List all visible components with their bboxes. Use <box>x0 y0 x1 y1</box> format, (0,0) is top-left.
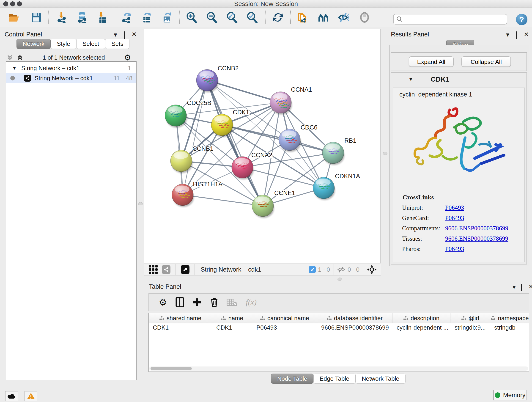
import-network-database-icon[interactable] <box>76 12 89 23</box>
zoom-out-icon[interactable] <box>206 12 218 23</box>
collapse-triangle-icon[interactable]: ▼ <box>408 76 413 82</box>
table-cell[interactable]: P06493 <box>252 323 317 332</box>
panel-menu-icon[interactable]: ▼ <box>511 284 517 291</box>
tab-node-table[interactable]: Node Table <box>271 374 313 384</box>
table-toolbar: ⚙ f(x) <box>148 293 529 311</box>
clone-network-icon[interactable] <box>297 12 309 23</box>
splitter-handle-icon[interactable] <box>337 278 342 281</box>
add-column-icon[interactable] <box>192 298 202 307</box>
network-tree: ▼ String Network – cdk1 1 String Network… <box>6 61 137 380</box>
splitter-handle-icon[interactable] <box>138 202 143 205</box>
collapse-triangle-icon[interactable]: ▼ <box>12 65 17 71</box>
tab-network[interactable]: Network <box>17 39 51 49</box>
network-row-selected[interactable]: String Network – cdk1 11 48 <box>6 73 136 83</box>
table-cell[interactable]: stringdb <box>490 323 529 332</box>
splitter-handle-icon[interactable] <box>383 152 387 155</box>
close-panel-icon[interactable]: ✕ <box>528 283 532 290</box>
close-panel-icon[interactable]: ✕ <box>132 31 137 38</box>
show-all-icon[interactable] <box>359 12 370 23</box>
scrollbar-thumb[interactable] <box>151 367 192 370</box>
clear-table-icon[interactable] <box>227 298 238 306</box>
horizontal-scrollbar[interactable] <box>149 366 528 370</box>
search-field[interactable] <box>393 14 507 25</box>
column-header--id[interactable]: @id <box>450 313 490 323</box>
right-splitter[interactable] <box>381 27 389 275</box>
network-collection-row[interactable]: ▼ String Network – cdk1 1 <box>6 63 136 73</box>
tab-network-table[interactable]: Network Table <box>355 374 405 384</box>
maximize-icon[interactable] <box>17 1 22 6</box>
crosslink-value-link[interactable]: P06493 <box>445 215 464 222</box>
column-header-description[interactable]: description <box>393 313 450 323</box>
network-share-icon[interactable] <box>162 265 171 274</box>
column-header-shared-name[interactable]: shared name <box>149 313 212 323</box>
crosslink-value-link[interactable]: P06493 <box>445 204 464 211</box>
expand-all-button[interactable]: Expand All <box>409 56 454 67</box>
delete-column-icon[interactable] <box>210 297 219 307</box>
minimize-icon[interactable] <box>10 1 15 6</box>
crosslink-value-link[interactable]: 9606.ENSP00000378699 <box>445 235 508 242</box>
zoom-in-icon[interactable] <box>186 12 197 23</box>
first-neighbors-icon[interactable] <box>317 12 329 23</box>
selected-checkbox-icon[interactable] <box>309 266 316 273</box>
fit-selected-crosshair-icon[interactable] <box>367 265 377 274</box>
column-header-database-identifier[interactable]: database identifier <box>317 313 393 323</box>
table-row[interactable]: CDK1CDK1P064939606.ENSP00000378699cyclin… <box>149 323 529 332</box>
tab-select[interactable]: Select <box>76 39 105 49</box>
float-panel-icon[interactable] <box>516 32 517 39</box>
column-sort-icon <box>461 316 466 321</box>
help-icon[interactable]: ? <box>516 14 527 25</box>
cloud-icon[interactable] <box>5 391 18 401</box>
fit-content-icon[interactable] <box>226 12 238 23</box>
collapse-all-icon[interactable] <box>6 54 13 61</box>
close-icon[interactable] <box>3 1 8 6</box>
columns-icon[interactable] <box>175 297 184 307</box>
open-session-icon[interactable] <box>8 12 20 23</box>
column-header-name[interactable]: name <box>212 313 252 323</box>
table-cell[interactable]: 9606.ENSP00000378699 <box>317 323 393 332</box>
network-graph[interactable]: CCNB2CCNA1CDC25BCDK1CDC6RB1CCNB1CCNA2CDK… <box>144 27 381 264</box>
zoom-selected-icon[interactable] <box>246 12 258 23</box>
gear-icon[interactable]: ⚙ <box>124 53 131 62</box>
export-network-icon[interactable] <box>121 12 133 23</box>
table-cell[interactable]: stringdb:9... <box>450 323 490 332</box>
float-panel-icon[interactable] <box>124 32 125 39</box>
open-in-window-icon[interactable] <box>181 265 190 274</box>
table-cell[interactable]: cyclin-dependent ... <box>393 323 450 332</box>
export-image-icon[interactable] <box>161 12 173 23</box>
node-count: 11 <box>114 75 120 82</box>
table-cell[interactable]: CDK1 <box>212 323 252 332</box>
network-icon <box>24 75 31 82</box>
tab-style[interactable]: Style <box>51 39 76 49</box>
birds-eye-view-icon[interactable] <box>149 265 158 274</box>
search-icon <box>396 16 403 22</box>
import-network-file-icon[interactable] <box>56 12 68 23</box>
memory-button[interactable]: Memory <box>493 390 527 400</box>
crosslink-value-link[interactable]: 9606.ENSP00000378699 <box>445 225 508 232</box>
warning-icon[interactable] <box>25 391 37 401</box>
search-input[interactable] <box>403 16 500 23</box>
collapse-all-button[interactable]: Collapse All <box>462 56 511 67</box>
hide-selected-icon[interactable] <box>337 12 349 23</box>
function-builder-icon[interactable]: f(x) <box>246 298 257 307</box>
crosslink-value-link[interactable]: P06493 <box>445 245 464 253</box>
expand-all-icon[interactable] <box>17 54 23 61</box>
gear-icon[interactable]: ⚙ <box>159 297 167 307</box>
column-header-canonical-name[interactable]: canonical name <box>252 313 317 323</box>
table-cell[interactable]: CDK1 <box>149 323 212 332</box>
float-panel-icon[interactable] <box>521 284 522 291</box>
apply-layout-icon[interactable] <box>272 12 284 23</box>
import-table-icon[interactable] <box>97 12 109 23</box>
tab-edge-table[interactable]: Edge Table <box>313 374 355 384</box>
hidden-eye-icon[interactable] <box>337 266 345 273</box>
panel-menu-icon[interactable]: ▼ <box>505 32 510 38</box>
left-splitter[interactable] <box>137 27 144 390</box>
export-table-icon[interactable] <box>141 12 153 23</box>
column-header-namespace[interactable]: namespace <box>490 313 529 323</box>
panel-menu-icon[interactable]: ▼ <box>113 32 118 38</box>
graph-node-label: CDKN1A <box>335 173 360 180</box>
tab-sets[interactable]: Sets <box>105 39 129 49</box>
save-session-icon[interactable] <box>30 12 42 23</box>
crosslink-row: Uniprot:P06493 <box>402 204 521 211</box>
close-panel-icon[interactable]: ✕ <box>524 31 529 38</box>
protein-description: cyclin–dependent kinase 1 <box>399 91 525 98</box>
